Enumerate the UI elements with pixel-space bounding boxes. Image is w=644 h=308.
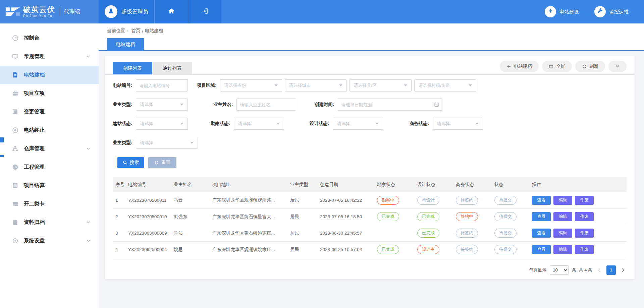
tab-passed-list[interactable]: 通过列表: [152, 62, 192, 74]
brand-subtitle: Po Jian Yun Fu: [23, 14, 55, 18]
date-range-input[interactable]: [338, 99, 442, 111]
page-tab[interactable]: 电站建档: [107, 38, 144, 50]
edit-button[interactable]: 编辑: [553, 229, 572, 238]
next-page-button[interactable]: [619, 268, 627, 272]
sidebar-item-3[interactable]: 项目立项: [0, 84, 99, 103]
reset-button[interactable]: 重置: [148, 157, 176, 168]
chevron-down-icon: [86, 146, 91, 151]
table-row: 3YX2023063000009学员广东深圳龙华区黄石镇姚家庄...居民2023…: [113, 225, 627, 241]
sidebar: 控制台常规管理电站建档项目立项变更管理电站终止仓库管理工程管理项目结算开二类卡资…: [0, 23, 99, 308]
village-select[interactable]: 请选择村镇/街道: [414, 79, 476, 91]
county-select[interactable]: 请选择县/区: [350, 79, 412, 91]
table-row: 4YX2023062500004姚思广东深圳龙华区观澜镇姚家庄...居民2023…: [113, 241, 627, 258]
build-status-select[interactable]: 请选择: [136, 118, 188, 130]
user-icon: [107, 7, 115, 16]
sidebar-item-10[interactable]: 资料归档: [0, 213, 99, 232]
sidebar-item-1[interactable]: 常规管理: [0, 47, 99, 66]
design-status-select[interactable]: 请选择: [333, 118, 383, 130]
sidebar-item-6[interactable]: 仓库管理: [0, 139, 99, 158]
content-card: 创建列表 通过列表 电站建档 全屏 刷新: [105, 56, 635, 279]
sidebar-scrollbar-mark[interactable]: [0, 137, 4, 142]
business-status-placeholder: 请选择: [437, 121, 450, 127]
view-button[interactable]: 查看: [532, 229, 551, 238]
sidebar-item-8[interactable]: 项目结算: [0, 176, 99, 195]
refresh-button[interactable]: 刷新: [575, 61, 605, 72]
sidebar-item-label: 资料归档: [24, 219, 86, 226]
topbar-nav-item-0[interactable]: 电站建设: [545, 6, 579, 17]
row-status: 待提交: [492, 241, 529, 258]
create-station-button[interactable]: 电站建档: [500, 61, 539, 72]
edit-button[interactable]: 编辑: [553, 245, 572, 254]
status-badge: 已完成: [377, 245, 399, 254]
home-button[interactable]: [154, 0, 188, 23]
design-status: 已完成: [415, 208, 453, 225]
refresh-icon: [582, 64, 587, 69]
sidebar-item-11[interactable]: 系统设置: [0, 232, 99, 250]
avatar: [105, 5, 117, 18]
view-button[interactable]: 查看: [532, 245, 551, 254]
plus-icon: [506, 64, 511, 69]
owner-name: 马云: [171, 192, 210, 208]
caret-down-icon: [274, 84, 278, 86]
owner-type: 居民: [287, 241, 317, 258]
void-button[interactable]: 作废: [575, 245, 594, 254]
nav-circle: [545, 6, 556, 17]
column-header: 业主姓名: [171, 177, 210, 192]
edit-button[interactable]: 编辑: [553, 196, 572, 205]
fullscreen-button[interactable]: 全屏: [542, 61, 572, 72]
void-button[interactable]: 作废: [575, 212, 594, 221]
status-badge: 已完成: [417, 229, 439, 238]
sidebar-item-0[interactable]: 控制台: [0, 29, 99, 47]
sidebar-item-label: 电站终止: [24, 127, 91, 134]
page-number-button[interactable]: 1: [606, 265, 616, 275]
province-select[interactable]: 请选择省份: [220, 79, 282, 91]
prev-page-button[interactable]: [596, 268, 603, 272]
dashboard-icon: [12, 35, 18, 41]
copy-icon: [12, 109, 18, 115]
void-button[interactable]: 作废: [575, 196, 594, 205]
business-status-select[interactable]: 请选择: [433, 118, 483, 130]
topbar: 破茧云伏 Po Jian Yun Fu 代理端 超级管理员 电站建设监控运维: [0, 0, 644, 23]
wrench-icon: [597, 8, 603, 16]
owner-type-2-select[interactable]: 请选择: [136, 137, 198, 149]
breadcrumb-home[interactable]: 首页: [131, 28, 141, 34]
station-code-input[interactable]: [136, 79, 188, 91]
per-page-label: 每页显示: [529, 267, 546, 273]
tab-create-list[interactable]: 创建列表: [113, 62, 152, 74]
portal-divider: [60, 7, 60, 16]
project-address: 广东深圳龙华区观澜镇观湖路...: [210, 192, 287, 208]
search-button[interactable]: 搜索: [117, 157, 144, 168]
sidebar-item-4[interactable]: 变更管理: [0, 103, 99, 121]
caret-down-icon: [190, 142, 194, 144]
survey-status-select[interactable]: 请选择: [234, 118, 284, 130]
design-status-label: 设计状态:: [310, 121, 329, 127]
region-label: 项目区域:: [197, 82, 217, 88]
create-time-label: 创建时间:: [315, 102, 334, 108]
caret-down-icon: [276, 123, 280, 125]
sidebar-item-9[interactable]: 开二类卡: [0, 195, 99, 213]
status-badge: 待签约: [456, 229, 478, 238]
chevron-down-icon: [86, 239, 91, 243]
sidebar-item-2[interactable]: 电站建档: [0, 66, 99, 84]
collapse-button[interactable]: [608, 61, 627, 72]
owner-name-input[interactable]: [236, 99, 296, 111]
chevron-down-icon: [86, 220, 91, 225]
per-page-select[interactable]: 10: [550, 265, 569, 275]
void-button[interactable]: 作废: [575, 229, 594, 238]
city-select[interactable]: 请选择城市: [285, 79, 347, 91]
sidebar-item-5[interactable]: 电站终止: [0, 121, 99, 139]
sidebar-item-7[interactable]: 工程管理: [0, 158, 99, 176]
business-status: 待签约: [453, 241, 492, 258]
edit-button[interactable]: 编辑: [553, 212, 572, 221]
view-button[interactable]: 查看: [532, 212, 551, 221]
column-header: 勘察状态: [374, 177, 415, 192]
logout-button[interactable]: [188, 0, 221, 23]
survey-status-label: 勘察状态:: [211, 121, 230, 127]
sidebar-scrollbar-mark[interactable]: [0, 155, 4, 157]
view-button[interactable]: 查看: [532, 196, 551, 205]
user-menu[interactable]: 超级管理员: [99, 0, 154, 23]
topbar-nav-item-1[interactable]: 监控运维: [594, 6, 629, 17]
status-badge: 已完成: [417, 212, 439, 221]
sidebar-item-label: 变更管理: [24, 108, 91, 115]
owner-type-select[interactable]: 请选择: [136, 99, 188, 111]
